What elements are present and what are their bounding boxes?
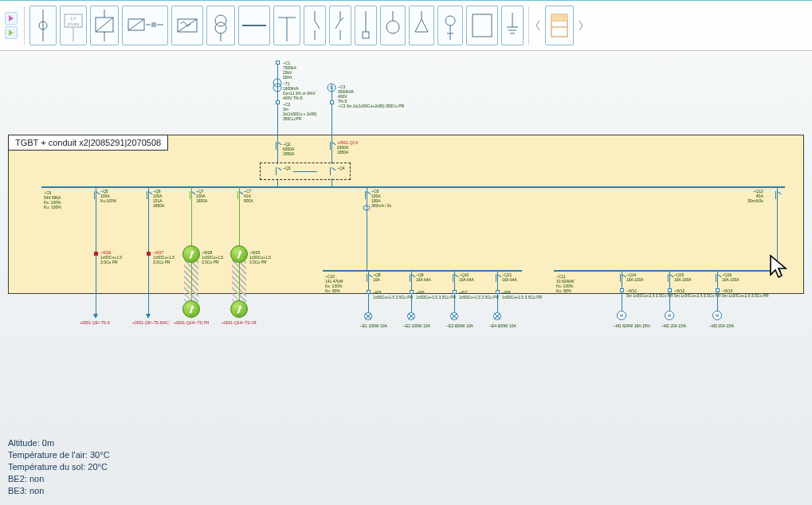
- svg-rect-42: [551, 14, 567, 21]
- gen-icon: G: [327, 83, 336, 92]
- pal-tx1[interactable]: [90, 6, 119, 45]
- node-icon: [330, 100, 334, 104]
- pal-src-node[interactable]: [29, 6, 57, 45]
- sub-busbar: [323, 270, 522, 272]
- arrow-down-icon: [237, 314, 241, 319]
- diagram-canvas[interactable]: ~C1 7500kA 20kV 50Hz ~T1 1600kVA Dyn11 2…: [0, 51, 812, 505]
- svg-line-11: [128, 19, 144, 30]
- breaker-icon: [496, 274, 500, 282]
- c7-text: ~C7 41A 800A: [244, 189, 253, 203]
- pal-lv-source[interactable]: LVprivate: [60, 6, 87, 45]
- rk0q: ~Q14 16A 100A: [626, 272, 644, 282]
- rk2q: ~Q16 16A 100A: [722, 272, 739, 282]
- pal-board[interactable]: [466, 6, 498, 45]
- pal-switch-open[interactable]: [304, 6, 326, 45]
- w29-text: ~W29 1x50Cu+1.5 3.5Cu PR: [249, 250, 271, 264]
- rk1q: ~Q15 16A 100A: [674, 272, 692, 282]
- wire: [367, 187, 367, 270]
- svg-point-14: [215, 22, 226, 33]
- q2-text: ~Q2 6300A 1850A: [283, 142, 294, 156]
- pal-panel[interactable]: [545, 6, 574, 45]
- rk0m: ~M1 824W 18A 15%: [614, 323, 650, 328]
- ck2l: ~E3 600W 10A: [446, 323, 473, 328]
- ck0c: ~W5 1x50Cu+1.5 3.5Cu PR: [373, 290, 413, 299]
- rk0c: ~W11 5m 1x50Cu+2.5 3.5Cu PR: [626, 288, 673, 298]
- nav-play-button[interactable]: [5, 12, 18, 25]
- lamp-icon: [493, 312, 501, 320]
- rk2m: ~M3 20A 15%: [709, 323, 734, 328]
- pal-tx2w[interactable]: [171, 6, 203, 45]
- pal-feeder[interactable]: [355, 6, 377, 45]
- cable-node: [94, 252, 98, 256]
- status-be2: BE2: non: [8, 473, 110, 485]
- src-c1-text: ~C1 7500kA 20kV 50Hz: [283, 61, 296, 80]
- svg-text:private: private: [67, 22, 79, 26]
- svg-point-29: [386, 21, 399, 33]
- busRr-text: ~C11 10.824kW Ks: 100% Ku: 80%: [556, 274, 575, 293]
- pal-bus-drop[interactable]: [273, 6, 300, 45]
- lamp-icon: [407, 312, 415, 320]
- breaker-icon: [453, 274, 457, 282]
- dest2: +0001-Q24/~TD.PH: [174, 320, 209, 325]
- status-tair: Température de l'air: 30°C: [8, 449, 110, 461]
- q6-text: ~Q6 100A 151A 1850A: [153, 189, 164, 208]
- pal-bus-h[interactable]: [238, 6, 270, 45]
- wire: [331, 134, 332, 164]
- wire: [277, 178, 278, 186]
- breaker-icon: [237, 191, 242, 199]
- src-c3b-text: ~C3 3m 2x(1x50Cu+2x95) 350Cu PR: [338, 104, 404, 108]
- pal-delta[interactable]: [409, 6, 434, 45]
- pin-icon[interactable]: [230, 245, 248, 263]
- motor-icon: M: [665, 311, 674, 320]
- ck3l: ~E4 600W 10A: [489, 323, 516, 328]
- pal-star[interactable]: [437, 6, 463, 45]
- wire: [777, 187, 778, 270]
- status-be3: BE3: non: [8, 485, 110, 497]
- node: [453, 290, 457, 294]
- busL-text: ~C9 544.596A Ks: 100% Ku: 100%: [44, 190, 61, 209]
- breaker-icon: [190, 191, 194, 199]
- c8-text: ~C8 100A 180A 300mA / 0s: [371, 189, 391, 208]
- svg-point-43: [273, 79, 281, 87]
- busbar-left: [41, 186, 315, 188]
- transformer-icon: [272, 78, 283, 94]
- pal-switch-closed[interactable]: [329, 6, 351, 45]
- rcd-icon: [363, 204, 371, 212]
- palette-toolbar: LVprivate: [0, 0, 812, 51]
- node: [367, 290, 371, 294]
- arrow-down-icon: [146, 314, 151, 319]
- pal-earth[interactable]: [501, 6, 524, 45]
- svg-point-47: [363, 206, 370, 210]
- svg-rect-27: [363, 32, 369, 38]
- sub-busbar-r: [554, 270, 781, 272]
- q4-text: ~Q4: [337, 166, 345, 170]
- lamp-icon: [364, 312, 372, 320]
- scroll-right-icon[interactable]: [577, 10, 585, 41]
- wire: [148, 187, 149, 315]
- breaker-icon: [330, 167, 335, 175]
- nav-play2-button[interactable]: [5, 26, 18, 39]
- wire: [331, 178, 332, 186]
- breaker-icon: [410, 274, 414, 282]
- rk2c: ~W13 5m 1x50Cu+2.5 3.5Cu PR: [722, 288, 769, 298]
- scroll-left-icon[interactable]: [534, 10, 542, 41]
- separator: [24, 6, 25, 45]
- c9r-text: ~Q12 40A 30mA/0s: [747, 189, 763, 203]
- pal-load[interactable]: [380, 6, 406, 45]
- src-c2-text: ~C2 3m 2x(1x50Cu + 2x95) 350Cu PR: [283, 102, 316, 121]
- breaker-icon: [365, 191, 370, 199]
- q3-text: ~Q3: [283, 166, 291, 170]
- ck2c: ~W7 1x50Cu+1.5 3.5Cu PR: [459, 290, 499, 299]
- svg-line-7: [96, 18, 113, 32]
- busRc-text: ~C10 141.47kW Ks: 100% Ku: 80%: [325, 274, 343, 293]
- arrow-down-icon: [189, 314, 194, 319]
- pal-tx-busbar[interactable]: [122, 6, 168, 45]
- breaker-icon: [668, 274, 673, 282]
- pin-icon[interactable]: [182, 245, 200, 263]
- src-c3-text: ~C3 3000kVA 400V TN-S: [338, 84, 354, 104]
- arrow-down-icon: [93, 314, 98, 319]
- ck0q: ~Q8 16A: [373, 272, 381, 282]
- ck1l: ~E2 100W 10A: [403, 323, 430, 328]
- svg-line-20: [315, 21, 320, 29]
- pal-tx-circles[interactable]: [206, 6, 235, 45]
